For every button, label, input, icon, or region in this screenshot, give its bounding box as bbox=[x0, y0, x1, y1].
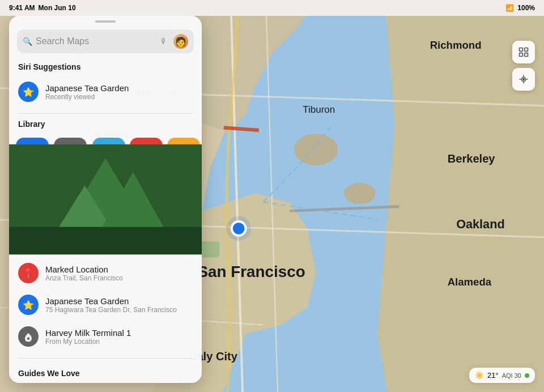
guides-section: Guides We Love bbox=[9, 364, 202, 383]
svg-rect-32 bbox=[525, 48, 528, 52]
status-bar: 9:41 AM Mon Jun 10 📶 100% bbox=[0, 0, 544, 16]
sidebar-panel: 🔍 🎙 🧑 Siri Suggestions ⭐ Japanese Tea Ga… bbox=[9, 16, 202, 383]
status-time: 9:41 AM bbox=[9, 4, 35, 12]
svg-text:Alameda: Alameda bbox=[448, 276, 492, 288]
battery-indicator: 100% bbox=[517, 4, 535, 12]
aqi-dot bbox=[525, 373, 529, 378]
svg-text:Berkeley: Berkeley bbox=[448, 152, 496, 165]
svg-rect-33 bbox=[520, 53, 523, 57]
svg-rect-31 bbox=[520, 48, 523, 52]
temperature: 21° bbox=[487, 371, 499, 380]
status-left: 9:41 AM Mon Jun 10 bbox=[9, 4, 76, 12]
wifi-icon: 📶 bbox=[505, 4, 514, 12]
svg-text:Richmond: Richmond bbox=[430, 39, 482, 51]
svg-rect-34 bbox=[525, 53, 528, 57]
svg-text:Tiburon: Tiburon bbox=[303, 104, 335, 115]
status-right: 📶 100% bbox=[505, 4, 535, 12]
svg-point-28 bbox=[232, 221, 246, 236]
map-buttons-container bbox=[512, 41, 535, 91]
aqi-label: AQI 30 bbox=[502, 372, 529, 379]
my-location-button[interactable] bbox=[512, 68, 535, 91]
weather-icon: ☀️ bbox=[475, 371, 484, 380]
svg-text:San Francisco: San Francisco bbox=[197, 263, 305, 280]
svg-text:Oakland: Oakland bbox=[456, 217, 504, 231]
svg-point-6 bbox=[294, 134, 338, 165]
svg-point-7 bbox=[344, 183, 376, 204]
battery-percentage: 100% bbox=[517, 4, 535, 12]
status-date: Mon Jun 10 bbox=[39, 4, 76, 12]
svg-point-36 bbox=[523, 79, 525, 80]
guides-images bbox=[9, 382, 202, 383]
map-layers-button[interactable] bbox=[512, 41, 535, 63]
weather-badge: ☀️ 21° AQI 30 bbox=[469, 368, 535, 383]
